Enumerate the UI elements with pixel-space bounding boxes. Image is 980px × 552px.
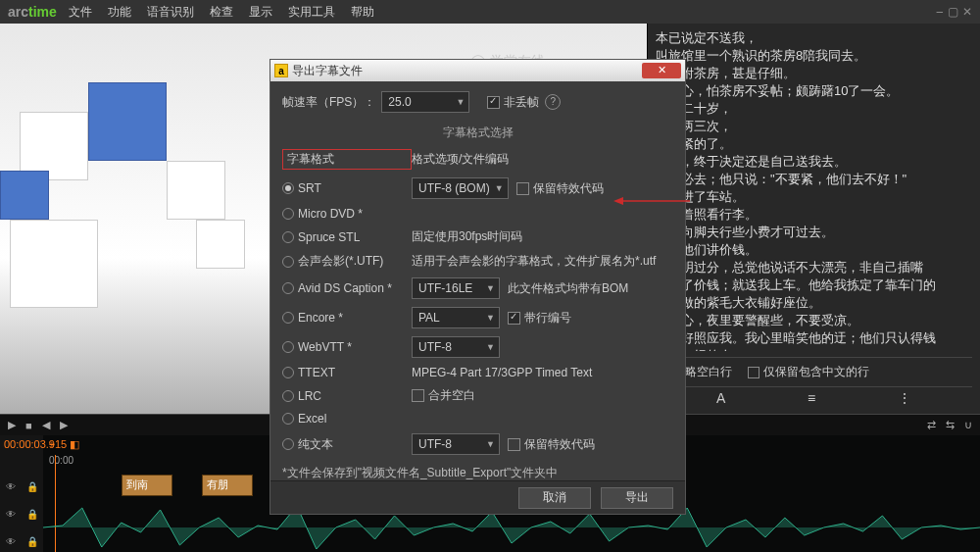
srt-keepfx-checkbox[interactable]: 保留特效代码: [516, 180, 604, 197]
dialog-titlebar[interactable]: a 导出字幕文件 ✕: [270, 60, 685, 81]
close-icon[interactable]: ✕: [642, 63, 681, 78]
fps-label: 帧速率（FPS）：: [282, 94, 375, 111]
export-subtitle-dialog: a 导出字幕文件 ✕ 帧速率（FPS）： 25.0 非丢帧 ? 字幕格式选择 字…: [270, 59, 686, 515]
export-button[interactable]: 导出: [601, 487, 673, 509]
plain-enc-select[interactable]: UTF-8: [412, 433, 500, 455]
lrc-merge-checkbox[interactable]: 合并空白: [412, 387, 475, 404]
cancel-button[interactable]: 取消: [518, 487, 591, 509]
section-label: 字幕格式选择: [282, 125, 673, 141]
plain-keepfx-checkbox[interactable]: 保留特效代码: [508, 436, 595, 453]
srt-enc-select[interactable]: UTF-8 (BOM): [412, 177, 509, 199]
webvtt-enc-select[interactable]: UTF-8: [412, 336, 500, 358]
avid-note: 此文件格式均带有BOM: [508, 280, 628, 297]
fps-select[interactable]: 25.0: [381, 91, 469, 113]
microdvd-radio[interactable]: Micro DVD *: [282, 207, 412, 221]
sprucestl-note: 固定使用30fps时间码: [412, 228, 673, 245]
lrc-radio[interactable]: LRC: [282, 389, 412, 403]
format-header: 字幕格式: [282, 149, 412, 170]
webvtt-radio[interactable]: WebVTT *: [282, 340, 412, 354]
encore-radio[interactable]: Encore *: [282, 311, 412, 325]
help-icon[interactable]: ?: [545, 94, 561, 110]
plaintext-radio[interactable]: 纯文本: [282, 436, 412, 453]
encore-num-checkbox[interactable]: 带行编号: [508, 310, 571, 326]
avid-radio[interactable]: Avid DS Caption *: [282, 281, 412, 295]
export-location-note: *文件会保存到"视频文件名_Subtitle_Export"文件夹中: [282, 465, 673, 480]
ttext-radio[interactable]: TTEXT: [282, 366, 412, 379]
srt-radio[interactable]: SRT: [282, 181, 412, 195]
app-a-icon: a: [274, 64, 288, 77]
avid-enc-select[interactable]: UTF-16LE: [412, 277, 500, 299]
encore-enc-select[interactable]: PAL: [412, 307, 500, 328]
sprucestl-radio[interactable]: Spruce STL: [282, 230, 412, 244]
encoding-header: 格式选项/文件编码: [412, 151, 673, 168]
huisheng-radio[interactable]: 会声会影(*.UTF): [282, 253, 412, 270]
excel-radio[interactable]: Excel: [282, 412, 412, 426]
ttext-note: MPEG-4 Part 17/3GPP Timed Text: [412, 366, 673, 379]
dialog-title: 导出字幕文件: [292, 63, 363, 79]
lossless-checkbox[interactable]: 非丢帧: [487, 94, 539, 111]
huisheng-note: 适用于会声会影的字幕格式，文件扩展名为*.utf: [412, 253, 673, 270]
modal-backdrop: a 导出字幕文件 ✕ 帧速率（FPS）： 25.0 非丢帧 ? 字幕格式选择 字…: [0, 0, 980, 552]
